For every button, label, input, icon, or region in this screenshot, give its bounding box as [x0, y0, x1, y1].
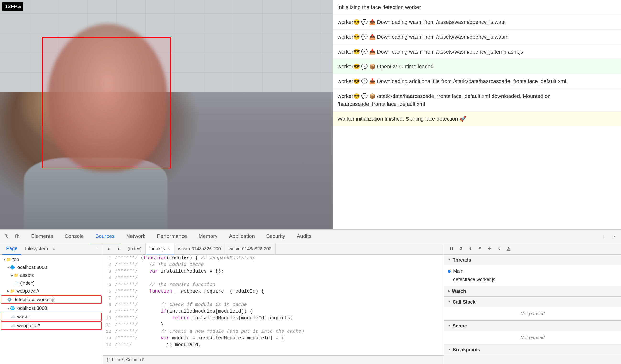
panel-tab-filesystem[interactable]: Filesystem [21, 243, 52, 255]
folder-icon: 📁 [10, 289, 15, 294]
tree-label: top [12, 257, 19, 262]
watch-section-header[interactable]: ▶ Watch [444, 286, 621, 296]
section-arrow: ▼ [448, 324, 451, 328]
thread-active-dot [448, 270, 451, 273]
tab-sources[interactable]: Sources [89, 230, 120, 243]
deactivate-breakpoints-button[interactable] [495, 245, 503, 253]
section-arrow: ▼ [448, 258, 451, 262]
devtools-tab-bar: Elements Console Sources Network Perform… [0, 230, 621, 243]
code-line: 4 /******/ [103, 275, 444, 281]
cloud-icon: ☁️ [11, 315, 16, 319]
tree-label: localhost:3000 [16, 265, 47, 270]
watch-section: ▶ Watch [444, 286, 621, 297]
scope-section-header[interactable]: ▼ Scope [444, 320, 621, 331]
face-detection-box [42, 37, 171, 168]
devtools-panel: Elements Console Sources Network Perform… [0, 229, 621, 364]
tree-item-localhost-worker[interactable]: ▼ 🌐 localhost:3000 [0, 304, 103, 312]
tab-elements[interactable]: Elements [25, 230, 59, 243]
panel-tab-bar: Page Filesystem » ⋮ [0, 243, 103, 255]
svg-rect-5 [452, 247, 453, 250]
code-line: 12 /******/ // Create a new module (and … [103, 328, 444, 335]
panel-tab-page[interactable]: Page [2, 243, 21, 255]
log-entry: Worker initialization finished. Starting… [333, 111, 621, 126]
console-area: Initializing the face detection worker w… [332, 0, 621, 229]
tree-arrow: ▼ [2, 258, 6, 262]
device-toolbar-button[interactable] [13, 232, 21, 241]
code-line: 2 /******/ // The module cache [103, 261, 444, 268]
tab-security[interactable]: Security [260, 230, 291, 243]
more-panel-tabs-button[interactable]: » [53, 247, 55, 251]
folder-icon: 🌐 [10, 306, 15, 311]
step-over-button[interactable] [456, 245, 465, 253]
call-stack-not-paused: Not paused [448, 309, 617, 318]
fps-badge: 12FPS [2, 2, 23, 11]
code-line: 9 /******/ if(installedModules[moduleId]… [103, 308, 444, 315]
code-line: 3 /******/ var installedModules = {}; [103, 268, 444, 275]
editor-tab-bar: ◀ ▶ (index) index.js ✕ wasm-0148a826-200… [103, 243, 444, 255]
editor-tab-wasm-202[interactable]: wasm-0148a826-202 [225, 243, 276, 255]
tree-item-webpack-worker[interactable]: ▶ ☁️ webpack:// [1, 321, 102, 330]
editor-tab-index-js[interactable]: index.js ✕ [146, 243, 174, 255]
editor-forward-button[interactable]: ▶ [114, 245, 123, 253]
thread-item-worker[interactable]: detectface.worker.js [448, 275, 617, 284]
worker-icon: ⚙️ [7, 297, 12, 302]
sources-left-panel: Page Filesystem » ⋮ ▼ 📁 top ▼ [0, 243, 103, 364]
step-out-button[interactable] [476, 245, 484, 253]
code-editor-panel: ◀ ▶ (index) index.js ✕ wasm-0148a826-200… [103, 243, 444, 364]
tab-audits[interactable]: Audits [291, 230, 317, 243]
code-line: 6 /******/ function __webpack_require__(… [103, 288, 444, 295]
tree-arrow: ▼ [6, 306, 10, 310]
threads-section-header[interactable]: ▼ Threads [444, 255, 621, 265]
tree-item-wasm[interactable]: ▶ ☁️ wasm [1, 313, 102, 321]
tab-console[interactable]: Console [59, 230, 90, 243]
code-line: 1 /******/ (function(modules) { // webpa… [103, 255, 444, 261]
tree-item-webpack[interactable]: ▶ 📁 webpack:// [0, 287, 103, 295]
thread-item-main[interactable]: Main [448, 267, 617, 275]
scope-content: Not paused [444, 331, 621, 344]
tree-label: wasm [17, 314, 30, 319]
step-into-button[interactable] [466, 245, 475, 253]
threads-content: Main detectface.worker.js [444, 265, 621, 286]
code-editor[interactable]: 1 /******/ (function(modules) { // webpa… [103, 255, 444, 355]
tree-item-localhost[interactable]: ▼ 🌐 localhost:3000 [0, 263, 103, 271]
scope-not-paused: Not paused [448, 333, 617, 342]
close-devtools-button[interactable]: ✕ [610, 232, 619, 241]
log-entry: worker😎 💬 📦 /static/data/haarcascade_fro… [333, 89, 621, 111]
more-tabs-button[interactable]: ⋮ [600, 232, 608, 241]
pause-on-exceptions-button[interactable] [504, 245, 513, 253]
step-button[interactable] [485, 245, 494, 253]
svg-rect-2 [16, 235, 18, 238]
editor-back-button[interactable]: ◀ [104, 245, 112, 253]
close-tab-button[interactable]: ✕ [168, 247, 170, 251]
pause-resume-button[interactable] [447, 245, 455, 253]
tab-memory[interactable]: Memory [193, 230, 223, 243]
breakpoints-section-header[interactable]: ▼ Breakpoints [444, 344, 621, 355]
folder-icon: 🌐 [10, 265, 15, 270]
file-icon: 📄 [14, 281, 19, 286]
new-file-menu-button[interactable]: ⋮ [92, 245, 100, 253]
call-stack-section-header[interactable]: ▼ Call Stack [444, 297, 621, 307]
editor-tab-wasm-200[interactable]: wasm-0148a826-200 [174, 243, 225, 255]
code-line: 14 /****/ i: moduleId, [103, 342, 444, 348]
code-line: 7 /******/ [103, 295, 444, 301]
log-entry: worker😎 💬 📥 Downloading wasm from /asset… [333, 15, 621, 30]
tree-item-detectface-worker[interactable]: ▶ ⚙️ detectface.worker.js [1, 295, 102, 304]
log-entry: Initializing the face detection worker [333, 0, 621, 15]
tree-arrow: ▶ [10, 273, 14, 277]
log-entry: worker😎 💬 📥 Downloading wasm from /asset… [333, 30, 621, 45]
folder-icon: 📁 [6, 257, 11, 262]
tab-application[interactable]: Application [223, 230, 260, 243]
video-area: 12FPS [0, 0, 332, 229]
section-arrow: ▼ [448, 348, 451, 351]
folder-icon: 📁 [14, 273, 19, 278]
log-entry: worker😎 💬 📥 Downloading wasm from /asset… [333, 45, 621, 59]
tree-item-index[interactable]: ▶ 📄 (index) [0, 279, 103, 287]
tab-network[interactable]: Network [120, 230, 151, 243]
editor-tab-index-html[interactable]: (index) [124, 243, 146, 255]
call-stack-content: Not paused [444, 307, 621, 320]
tree-item-assets[interactable]: ▶ 📁 assets [0, 271, 103, 279]
scope-section: ▼ Scope Not paused [444, 320, 621, 344]
tab-performance[interactable]: Performance [151, 230, 193, 243]
inspect-element-button[interactable] [2, 232, 11, 241]
tree-item-top[interactable]: ▼ 📁 top [0, 255, 103, 263]
